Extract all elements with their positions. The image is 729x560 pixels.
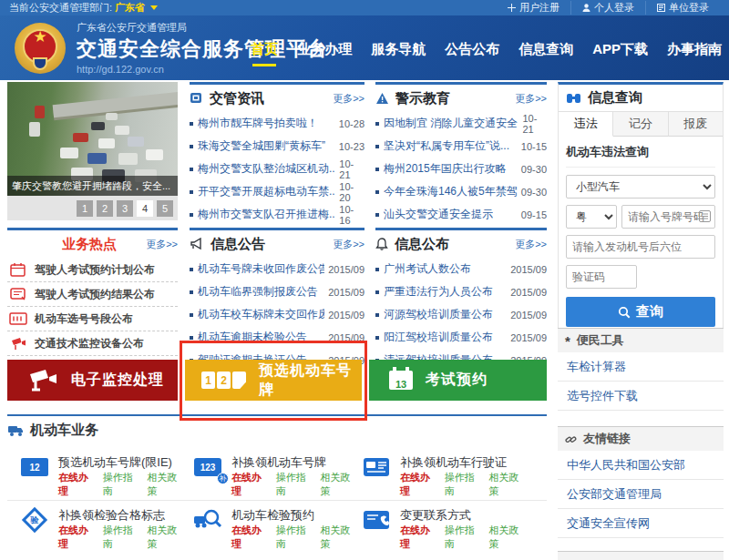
info-notice-more-link[interactable]: 更多>> [333,238,364,251]
caret-down-icon [150,5,158,10]
carousel-image[interactable]: 肇庆交警教您避开拥堵路段，安全... [7,82,178,196]
carousel-pager: 1 2 3 4 5 [7,196,178,220]
exam-booking-banner-button[interactable]: 13 考试预约 [369,360,547,401]
hot-item[interactable]: 驾驶人考试预约计划公布 [7,258,178,282]
operation-guide-link[interactable]: 操作指南 [276,524,316,551]
nav-service-guide[interactable]: 服务导航 [371,41,426,66]
preselect-plate-banner-button[interactable]: 1 2 预选机动车号牌 [185,360,362,401]
register-button[interactable]: 用户注册 [497,1,570,15]
tab-scrap[interactable]: 报废 [669,112,723,137]
handy-tools-panel: * 便民工具 车检计算器 选号控件下载 [558,328,724,411]
building-icon [657,4,665,12]
news-item[interactable]: 梅州2015年国庆出行攻略09-30 [375,158,547,180]
tab-points[interactable]: 记分 [613,112,668,137]
news-item[interactable]: 梅州交警支队整治城区机动...10-21 [190,158,364,180]
news-item[interactable]: 梅州市靓车牌号拍卖啦！10-28 [190,112,364,135]
news-item[interactable]: 严重违法行为人员公布2015/09 [375,280,547,303]
personal-login-button[interactable]: 个人登录 [570,1,645,15]
pager-button-4[interactable]: 4 [137,200,153,217]
related-policy-link[interactable]: 相关政策 [320,471,360,498]
nav-home[interactable]: 首页 [251,41,278,66]
friend-link-mps[interactable]: 中华人民共和国公安部 [558,451,724,480]
tab-violation[interactable]: 违法 [559,112,613,137]
tool-link-plate-control-download[interactable]: 选号控件下载 [558,382,724,411]
service-title[interactable]: 机动车检验预约 [231,508,314,522]
hot-business-panel: 业务热点 更多>> 驾驶人考试预约计划公布 驾驶人考试预约结果公布 机动车选号号… [7,228,178,381]
related-policy-link[interactable]: 相关政策 [488,471,529,498]
bullet-icon [190,168,193,171]
keyboard-icon[interactable] [699,210,711,222]
news-item[interactable]: 梅州市交警支队召开推进梅...10-16 [190,203,364,226]
hot-item[interactable]: 交通技术监控设备公布 [7,331,178,356]
captcha-input[interactable] [566,265,637,289]
related-policy-link[interactable]: 相关政策 [320,524,360,551]
e-monitor-banner-button[interactable]: 电子监控处理 [7,360,178,401]
pager-button-1[interactable]: 1 [77,200,93,217]
news-item[interactable]: 今年全珠海146人被5年禁驾09-30 [375,180,547,203]
region-value: 广东省 [115,1,145,15]
engine-number-input[interactable] [566,235,715,259]
news-item[interactable]: 机动车号牌未收回作废公告2015/09 [190,258,364,280]
news-item[interactable]: 机动车逾期未检验公告2015/09 [190,326,364,349]
page: 当前公安交通管理部门: 广东省 用户注册 个人登录 单位登录 [0,0,729,560]
online-handle-link[interactable]: 在线办理 [400,524,440,551]
operation-guide-link[interactable]: 操作指南 [445,471,485,498]
news-item[interactable]: 汕头交警交通安全提示09-15 [375,203,547,226]
operation-guide-link[interactable]: 操作指南 [103,524,143,551]
news-item[interactable]: 因地制宜 消除儿童交通安全...10-21 [375,112,547,135]
nav-announcements[interactable]: 公告公布 [445,41,499,66]
megaphone-icon [190,238,204,250]
vehicle-type-select[interactable]: 小型汽车 [566,175,715,199]
related-policy-link[interactable]: 相关政策 [147,471,187,498]
news-item[interactable]: 广州考试人数公布2015/09 [375,258,547,280]
service-title[interactable]: 补换领机动车号牌 [231,455,326,469]
query-submit-button[interactable]: 查询 [566,297,715,327]
nav-info-query[interactable]: 信息查询 [519,41,573,66]
online-handle-link[interactable]: 在线办理 [58,524,98,551]
news-item[interactable]: 开平交警开展超标电动车禁...10-20 [190,180,364,203]
online-handle-link[interactable]: 在线办理 [400,471,440,498]
operation-guide-link[interactable]: 操作指南 [276,471,316,498]
exam-calendar-icon: 13 [389,371,413,390]
nav-help-guide[interactable]: 办事指南 [667,41,722,66]
operation-guide-link[interactable]: 操作指南 [445,524,485,551]
bullet-icon [190,290,193,294]
hot-item[interactable]: 驾驶人考试预约结果公布 [7,282,178,307]
tool-link-inspection-calculator[interactable]: 车检计算器 [558,352,724,382]
related-policy-link[interactable]: 相关政策 [488,524,529,551]
pager-button-2[interactable]: 2 [97,200,113,217]
traffic-news-more-link[interactable]: 更多>> [333,92,364,106]
related-policy-link[interactable]: 相关政策 [147,524,187,551]
friend-link-safety-site[interactable]: 交通安全宣传网 [558,509,724,538]
hot-business-more-link[interactable]: 更多>> [146,238,178,251]
pager-button-3[interactable]: 3 [117,200,133,217]
service-title[interactable]: 预选机动车号牌(限IE) [58,455,172,469]
online-handle-link[interactable]: 在线办理 [231,471,272,498]
province-select[interactable]: 粤 [566,205,617,229]
nav-business[interactable]: 业务办理 [297,41,352,66]
nav-app-download[interactable]: APP下载 [592,41,648,66]
news-item[interactable]: 机动车临界强制报废公告2015/09 [190,280,364,303]
bullet-icon [375,336,379,340]
service-title[interactable]: 变更联系方式 [400,508,471,522]
pager-button-5[interactable]: 5 [157,200,173,217]
warning-education-more-link[interactable]: 更多>> [515,92,547,106]
region-selector[interactable]: 当前公安交通管理部门: 广东省 [9,1,158,15]
news-item[interactable]: 坚决对“私属专用车位”说...10-15 [375,135,547,158]
hot-item[interactable]: 机动车选号号段公布 [7,307,178,331]
news-item[interactable]: 河源驾校培训质量公布2015/09 [375,303,547,326]
unit-login-button[interactable]: 单位登录 [645,1,720,15]
vehicle-services-header: 机动车业务 [7,422,98,439]
info-publish-more-link[interactable]: 更多>> [515,238,547,251]
header: ★ 广东省公安厅交通管理局 交通安全综合服务管理平台 http://gd.122… [0,15,729,80]
news-item[interactable]: 阳江驾校培训质量公布2015/09 [375,326,547,349]
online-handle-link[interactable]: 在线办理 [231,524,272,551]
news-item[interactable]: 珠海交警全城围剿“黄标车”10-23 [190,135,364,158]
service-title[interactable]: 补换领机动车行驶证 [400,455,507,469]
unit-login-label: 单位登录 [669,1,709,15]
online-handle-link[interactable]: 在线办理 [58,471,98,498]
service-title[interactable]: 补换领检验合格标志 [58,508,165,522]
friend-link-traffic-bureau[interactable]: 公安部交通管理局 [558,480,724,509]
news-item[interactable]: 机动车校车标牌未交回作废...2015/09 [190,303,364,326]
operation-guide-link[interactable]: 操作指南 [103,471,143,498]
